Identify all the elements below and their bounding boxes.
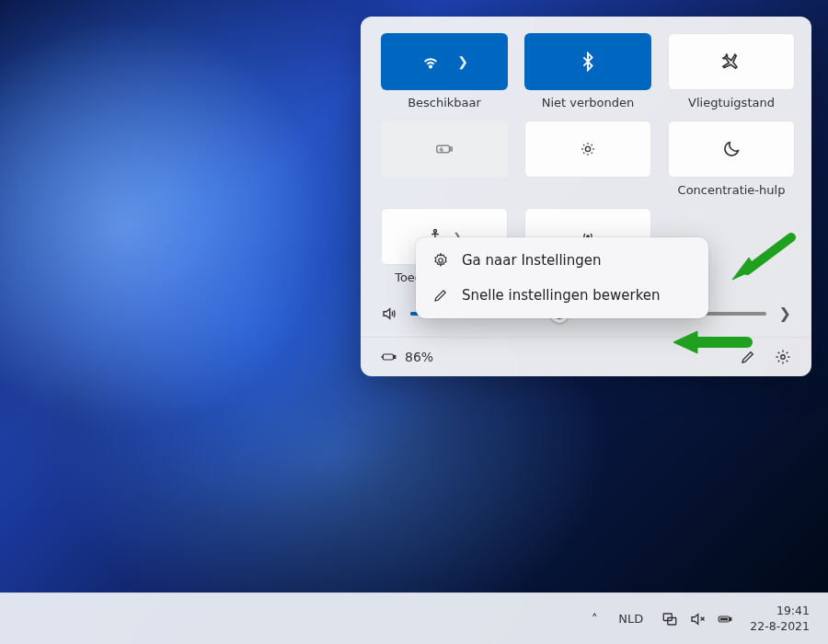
battery-saver-tile[interactable] bbox=[381, 121, 508, 178]
svg-rect-2 bbox=[450, 147, 452, 151]
svg-rect-1 bbox=[437, 145, 450, 152]
focus-assist-label: Concentratie-hulp bbox=[678, 183, 786, 197]
battery-percent: 86% bbox=[405, 350, 433, 364]
speaker-icon[interactable] bbox=[381, 305, 397, 322]
airplane-label: Vliegtuigstand bbox=[688, 96, 775, 109]
menu-edit-quick-settings[interactable]: Snelle instellingen bewerken bbox=[421, 278, 703, 313]
system-tray[interactable] bbox=[654, 601, 741, 638]
bluetooth-label: Niet verbonden bbox=[542, 96, 635, 109]
night-light-tile[interactable] bbox=[524, 121, 651, 178]
svg-point-8 bbox=[781, 355, 786, 360]
pencil-icon bbox=[432, 287, 449, 304]
airplane-tile[interactable] bbox=[668, 33, 795, 90]
svg-rect-16 bbox=[720, 617, 728, 620]
volume-expand-chevron-icon[interactable]: ❯ bbox=[779, 305, 791, 322]
moon-icon bbox=[721, 139, 742, 159]
wifi-label: Beschikbaar bbox=[408, 96, 481, 109]
svg-point-3 bbox=[585, 146, 590, 151]
bluetooth-tile[interactable] bbox=[524, 33, 651, 90]
taskbar-date: 22-8-2021 bbox=[750, 619, 810, 634]
menu-go-to-settings[interactable]: Ga naar Instellingen bbox=[421, 243, 703, 278]
chevron-right-icon: ❯ bbox=[457, 54, 468, 69]
battery-status[interactable]: 86% bbox=[381, 349, 433, 365]
battery-charging-icon bbox=[381, 349, 397, 365]
clock[interactable]: 19:41 22-8-2021 bbox=[746, 601, 813, 638]
menu-settings-label: Ga naar Instellingen bbox=[462, 252, 602, 269]
brightness-icon bbox=[580, 141, 596, 157]
airplane-icon bbox=[721, 52, 742, 72]
svg-rect-6 bbox=[383, 354, 393, 360]
bluetooth-icon bbox=[578, 52, 598, 72]
annotation-arrow-2 bbox=[672, 324, 754, 361]
context-menu: Ga naar Instellingen Snelle instellingen… bbox=[416, 237, 708, 318]
svg-rect-7 bbox=[394, 356, 396, 359]
wifi-icon bbox=[420, 52, 441, 72]
taskbar: ˄ NLD 19:41 22-8-2021 bbox=[0, 592, 828, 644]
battery-tray-icon bbox=[717, 611, 733, 627]
svg-rect-15 bbox=[730, 617, 732, 620]
wifi-tile[interactable]: ❯ bbox=[381, 33, 508, 90]
gear-icon bbox=[432, 252, 449, 269]
settings-button[interactable] bbox=[775, 349, 791, 365]
speaker-muted-icon bbox=[689, 611, 706, 627]
language-indicator[interactable]: NLD bbox=[613, 601, 649, 638]
quick-settings-panel: ❯ Beschikbaar Niet verbonden Vliegtuigst… bbox=[361, 17, 811, 376]
annotation-arrow-1 bbox=[729, 232, 802, 283]
tray-overflow-chevron-icon[interactable]: ˄ bbox=[581, 601, 607, 638]
svg-point-9 bbox=[439, 259, 443, 263]
svg-point-4 bbox=[434, 230, 437, 233]
menu-edit-label: Snelle instellingen bewerken bbox=[462, 287, 661, 304]
battery-saver-icon bbox=[434, 139, 454, 159]
svg-marker-11 bbox=[673, 331, 697, 353]
network-icon bbox=[661, 611, 678, 627]
svg-point-0 bbox=[430, 65, 431, 67]
focus-assist-tile[interactable] bbox=[668, 121, 795, 178]
taskbar-time: 19:41 bbox=[776, 604, 810, 618]
